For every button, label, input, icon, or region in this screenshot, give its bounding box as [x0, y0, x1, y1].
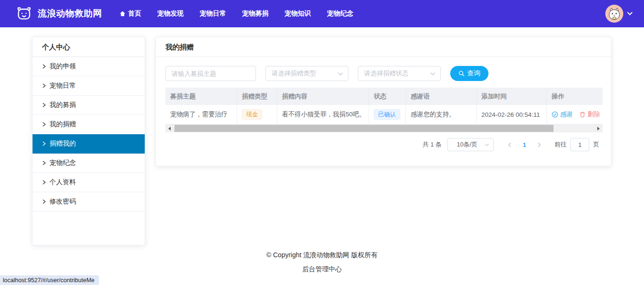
card-title: 我的捐赠 [156, 37, 611, 57]
chevron-right-icon [42, 199, 46, 204]
chevron-down-icon [338, 72, 343, 76]
thank-button[interactable]: 感谢 [552, 110, 573, 119]
col-content: 捐赠内容 [277, 88, 369, 105]
table-header-row: 募捐主题 捐赠类型 捐赠内容 状态 感谢语 添加时间 操作 [165, 88, 603, 105]
cell-status: 已确认 [369, 105, 406, 124]
chevron-down-icon [485, 143, 489, 147]
horizontal-scrollbar [165, 124, 603, 132]
sidebar-item-my-donation[interactable]: 我的捐赠 [33, 115, 145, 134]
chevron-down-icon [430, 72, 436, 76]
donation-status-select[interactable]: 请选择捐赠状态 [358, 66, 441, 81]
user-menu[interactable] [605, 5, 633, 23]
donation-type-select[interactable]: 请选择捐赠类型 [265, 66, 348, 81]
circle-check-icon [552, 111, 558, 118]
table-row: 宠物病了，需要治疗 现金 看不得小猫受罪，我捐50吧。 已确认 感谢您的支持。 … [165, 105, 603, 124]
user-center-sidebar: 个人中心 我的申领 宠物日常 我的募捐 我的捐赠 捐赠我的 宠物纪念 个人资料 [32, 37, 145, 245]
sidebar-item-profile[interactable]: 个人资料 [33, 173, 145, 192]
goto-page-input[interactable] [570, 138, 589, 151]
col-thanks: 感谢语 [406, 88, 477, 105]
scroll-right-button[interactable] [594, 124, 603, 132]
page-number-1[interactable]: 1 [517, 141, 532, 148]
avatar[interactable] [605, 5, 623, 23]
goto-label: 前往 [554, 140, 567, 149]
delete-button[interactable]: 删除 [579, 110, 600, 119]
sidebar-item-change-password[interactable]: 修改密码 [33, 192, 145, 212]
copyright-text: © Copyright 流浪动物救助网 版权所有 [0, 251, 644, 260]
search-button[interactable]: 查询 [450, 66, 488, 81]
page-size-select[interactable]: 10条/页 [447, 138, 494, 151]
col-type: 捐赠类型 [237, 88, 277, 105]
dog-logo-icon [15, 5, 33, 23]
nav-item-pet-knowledge[interactable]: 宠物知识 [285, 9, 311, 18]
prev-page-button[interactable] [502, 142, 517, 147]
chevron-left-icon [508, 142, 512, 147]
nav-item-home[interactable]: 首页 [119, 9, 141, 18]
sidebar-title: 个人中心 [33, 37, 145, 57]
nav-item-pet-discover[interactable]: 宠物发现 [157, 9, 184, 18]
chevron-right-icon [537, 142, 541, 147]
search-icon [458, 70, 465, 77]
cell-type: 现金 [237, 105, 277, 124]
page-suffix-label: 页 [593, 140, 599, 149]
scrollbar-thumb[interactable] [174, 125, 553, 132]
pagination-total: 共 1 条 [422, 140, 441, 149]
nav-menu: 首页 宠物发现 宠物日常 宠物募捐 宠物知识 宠物纪念 [119, 9, 354, 18]
donations-table: 募捐主题 捐赠类型 捐赠内容 状态 感谢语 添加时间 操作 宠物病了，需要治疗 … [165, 88, 603, 124]
chevron-right-icon [42, 122, 46, 127]
chevron-right-icon [42, 64, 46, 69]
sidebar-item-my-fundraise[interactable]: 我的募捐 [33, 96, 145, 115]
chevron-right-icon [42, 180, 46, 185]
sidebar-item-pet-memorial[interactable]: 宠物纪念 [33, 154, 145, 173]
page: 流浪动物救助网 首页 宠物发现 宠物日常 宠物募捐 宠物知识 宠物纪念 [0, 0, 644, 285]
sidebar-item-donate-to-me[interactable]: 捐赠我的 [33, 134, 145, 154]
pagination: 共 1 条 10条/页 1 前往 页 [422, 138, 599, 151]
scrollbar-track[interactable] [173, 124, 594, 132]
chevron-right-icon [42, 103, 46, 107]
trash-icon [579, 111, 586, 118]
next-page-button[interactable] [532, 142, 547, 147]
chevron-down-icon [627, 12, 633, 16]
cell-content: 看不得小猫受罪，我捐50吧。 [277, 105, 369, 124]
cell-topic: 宠物病了，需要治疗 [165, 105, 237, 124]
col-actions: 操作 [547, 88, 603, 105]
filter-bar: 请选择捐赠类型 请选择捐赠状态 查询 [165, 66, 602, 81]
nav-item-pet-daily[interactable]: 宠物日常 [200, 9, 226, 18]
sidebar-item-pet-daily[interactable]: 宠物日常 [33, 76, 145, 96]
admin-center-link[interactable]: 后台管理中心 [0, 265, 644, 274]
home-icon [119, 10, 126, 17]
brand[interactable]: 流浪动物救助网 [15, 5, 102, 23]
nav-item-pet-memorial[interactable]: 宠物纪念 [327, 9, 354, 18]
col-time: 添加时间 [477, 88, 547, 105]
top-navbar: 流浪动物救助网 首页 宠物发现 宠物日常 宠物募捐 宠物知识 宠物纪念 [0, 0, 644, 27]
chevron-right-icon [42, 83, 46, 88]
scroll-left-button[interactable] [165, 124, 173, 132]
topic-search-input[interactable] [165, 66, 256, 81]
col-status: 状态 [369, 88, 406, 105]
status-badge: 已确认 [374, 109, 400, 120]
cell-thanks: 感谢您的支持。 [406, 105, 477, 124]
cell-time: 2024-02-26 00:54:11 [477, 105, 547, 124]
cell-actions: 感谢 删除 [547, 105, 603, 124]
brand-title: 流浪动物救助网 [38, 8, 102, 20]
nav-item-pet-fundraise[interactable]: 宠物募捐 [242, 9, 269, 18]
my-donations-card: 我的捐赠 请选择捐赠类型 请选择捐赠状态 查询 募捐主题 捐赠类型 捐赠内容 状… [156, 37, 611, 166]
browser-status-url: localhost:9527/#/user/contributeMe [0, 276, 99, 285]
chevron-right-icon [42, 141, 46, 146]
col-topic: 募捐主题 [165, 88, 237, 105]
sidebar-item-my-adoption[interactable]: 我的申领 [33, 57, 145, 76]
cash-tag: 现金 [242, 109, 262, 120]
chevron-right-icon [42, 161, 46, 165]
